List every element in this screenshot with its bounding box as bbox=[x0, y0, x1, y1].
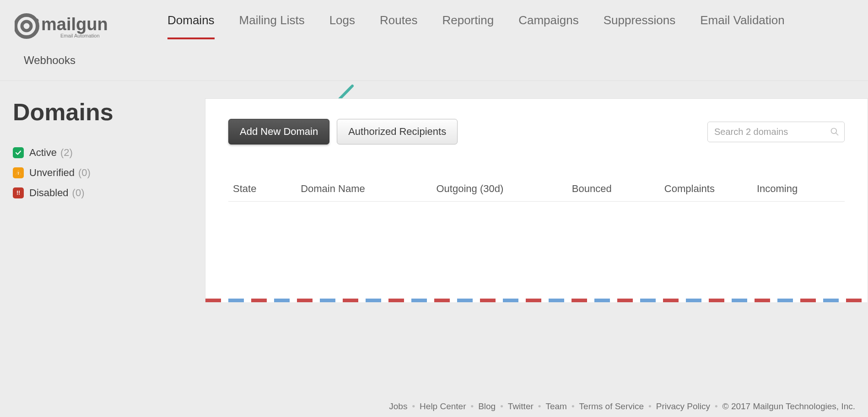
footer-link-terms[interactable]: Terms of Service bbox=[579, 401, 644, 412]
nav-tab-suppressions[interactable]: Suppressions bbox=[604, 13, 676, 39]
footer-link-blog[interactable]: Blog bbox=[478, 401, 496, 412]
th-domain[interactable]: Domain Name bbox=[296, 176, 431, 202]
nav-tab-logs[interactable]: Logs bbox=[329, 13, 355, 39]
nav-tab-campaigns[interactable]: Campaigns bbox=[518, 13, 579, 39]
warning-icon: ! bbox=[13, 167, 24, 178]
search-icon bbox=[830, 127, 839, 136]
authorized-recipients-button[interactable]: Authorized Recipients bbox=[337, 119, 458, 144]
filter-active[interactable]: Active (2) bbox=[13, 147, 191, 159]
check-icon bbox=[13, 147, 24, 158]
domains-table: State Domain Name Outgoing (30d) Bounced… bbox=[228, 176, 845, 202]
nav-tab-mailing-lists[interactable]: Mailing Lists bbox=[239, 13, 305, 39]
filter-disabled[interactable]: !! Disabled (0) bbox=[13, 187, 191, 199]
footer: Jobs• Help Center• Blog• Twitter• Team• … bbox=[389, 401, 855, 412]
filter-label: Unverified bbox=[29, 167, 75, 179]
domain-search[interactable] bbox=[707, 122, 845, 142]
footer-link-twitter[interactable]: Twitter bbox=[508, 401, 534, 412]
svg-text:mailgun: mailgun bbox=[41, 15, 108, 34]
svg-point-1 bbox=[16, 15, 38, 37]
search-input[interactable] bbox=[714, 127, 830, 137]
filter-label: Disabled bbox=[29, 187, 69, 199]
alert-icon: !! bbox=[13, 187, 24, 198]
svg-text:!: ! bbox=[18, 171, 19, 176]
th-bounced[interactable]: Bounced bbox=[567, 176, 660, 202]
sidebar: Domains Active (2) ! Unverified (0) !! D… bbox=[13, 98, 205, 302]
svg-point-2 bbox=[22, 21, 31, 31]
th-state[interactable]: State bbox=[228, 176, 296, 202]
footer-copyright: © 2017 Mailgun Technologies, Inc. bbox=[722, 401, 855, 412]
page-title: Domains bbox=[13, 98, 191, 126]
svg-text:Email Automation: Email Automation bbox=[60, 33, 100, 38]
footer-link-team[interactable]: Team bbox=[545, 401, 566, 412]
th-outgoing[interactable]: Outgoing (30d) bbox=[431, 176, 567, 202]
footer-link-privacy[interactable]: Privacy Policy bbox=[656, 401, 710, 412]
content-panel: Add New Domain Authorized Recipients Sta… bbox=[205, 98, 868, 302]
filter-count: (2) bbox=[60, 147, 73, 159]
th-incoming[interactable]: Incoming bbox=[752, 176, 845, 202]
mailgun-logo[interactable]: mailgun Email Automation bbox=[15, 10, 134, 42]
nav-tab-webhooks[interactable]: Webhooks bbox=[24, 54, 75, 66]
filter-unverified[interactable]: ! Unverified (0) bbox=[13, 167, 191, 179]
filter-label: Active bbox=[29, 147, 57, 159]
filter-count: (0) bbox=[78, 167, 91, 179]
nav-tab-routes[interactable]: Routes bbox=[380, 13, 417, 39]
footer-link-jobs[interactable]: Jobs bbox=[389, 401, 407, 412]
th-complaints[interactable]: Complaints bbox=[660, 176, 752, 202]
top-nav: mailgun Email Automation Domains Mailing… bbox=[0, 0, 868, 81]
nav-tab-reporting[interactable]: Reporting bbox=[442, 13, 494, 39]
nav-tab-email-validation[interactable]: Email Validation bbox=[700, 13, 785, 39]
panel-toolbar: Add New Domain Authorized Recipients bbox=[228, 119, 845, 144]
svg-line-8 bbox=[836, 133, 838, 135]
filter-count: (0) bbox=[72, 187, 85, 199]
airmail-border bbox=[205, 299, 868, 302]
svg-point-3 bbox=[35, 19, 39, 23]
add-new-domain-button[interactable]: Add New Domain bbox=[228, 119, 329, 144]
footer-link-help-center[interactable]: Help Center bbox=[420, 401, 466, 412]
nav-tab-domains[interactable]: Domains bbox=[167, 13, 215, 39]
